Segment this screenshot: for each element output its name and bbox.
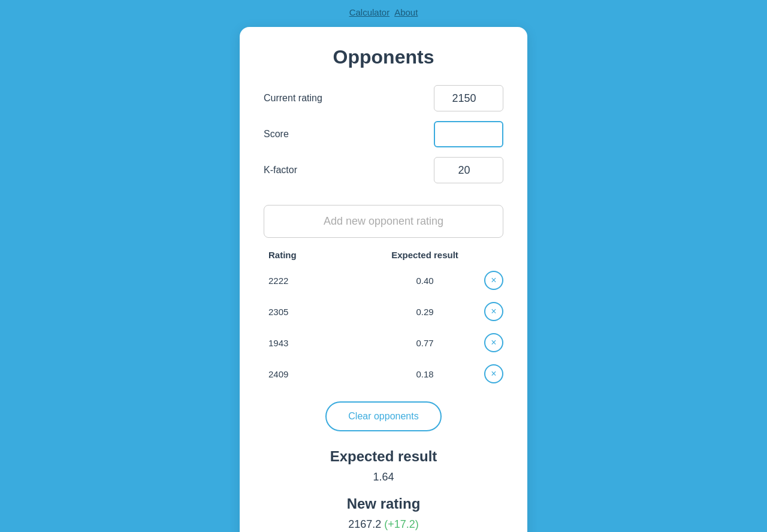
score-row: Score <box>264 121 503 147</box>
table-body: 2222 0.40 × 2305 0.29 × 1943 0.77 × 2409… <box>264 265 503 389</box>
new-rating-delta: (+17.2) <box>384 518 419 530</box>
current-rating-label: Current rating <box>264 93 322 104</box>
cell-action-3: × <box>477 364 503 383</box>
current-rating-input[interactable] <box>434 85 503 111</box>
remove-opponent-button-2[interactable]: × <box>484 333 503 352</box>
cell-expected-2: 0.77 <box>373 338 477 348</box>
k-factor-row: K-factor <box>264 157 503 183</box>
cell-rating-2: 1943 <box>264 338 373 348</box>
col-expected-header: Expected result <box>373 250 477 260</box>
cell-action-1: × <box>477 302 503 321</box>
nav-calculator[interactable]: Calculator <box>349 7 390 17</box>
remove-opponent-button-1[interactable]: × <box>484 302 503 321</box>
cell-action-2: × <box>477 333 503 352</box>
k-factor-input[interactable] <box>434 157 503 183</box>
new-rating-base: 2167.2 <box>348 518 381 530</box>
expected-result-value: 1.64 <box>264 471 503 483</box>
nav-bar: Calculator About <box>0 0 767 27</box>
k-factor-label: K-factor <box>264 165 297 176</box>
score-label: Score <box>264 129 289 140</box>
table-header: Rating Expected result <box>264 250 503 265</box>
nav-about[interactable]: About <box>394 7 418 17</box>
add-opponent-button[interactable]: Add new opponent rating <box>264 205 503 238</box>
clear-opponents-button[interactable]: Clear opponents <box>325 401 441 431</box>
cell-expected-0: 0.40 <box>373 276 477 286</box>
expected-result-title: Expected result <box>264 448 503 465</box>
remove-opponent-button-3[interactable]: × <box>484 364 503 383</box>
cell-action-0: × <box>477 271 503 290</box>
table-row: 2222 0.40 × <box>264 265 503 296</box>
new-rating-title: New rating <box>264 495 503 512</box>
remove-opponent-button-0[interactable]: × <box>484 271 503 290</box>
current-rating-row: Current rating <box>264 85 503 111</box>
table-row: 2305 0.29 × <box>264 296 503 327</box>
cell-rating-3: 2409 <box>264 369 373 379</box>
main-card: Opponents Current rating Score K-factor … <box>240 27 527 532</box>
table-row: 1943 0.77 × <box>264 327 503 358</box>
col-rating-header: Rating <box>264 250 373 260</box>
new-rating-display: 2167.2 (+17.2) <box>264 518 503 531</box>
col-action-header <box>477 250 503 260</box>
page-title: Opponents <box>264 46 503 68</box>
cell-rating-1: 2305 <box>264 307 373 317</box>
table-row: 2409 0.18 × <box>264 358 503 389</box>
opponents-table: Rating Expected result 2222 0.40 × 2305 … <box>264 250 503 389</box>
cell-expected-1: 0.29 <box>373 307 477 317</box>
cell-rating-0: 2222 <box>264 276 373 286</box>
score-input[interactable] <box>434 121 503 147</box>
cell-expected-3: 0.18 <box>373 369 477 379</box>
